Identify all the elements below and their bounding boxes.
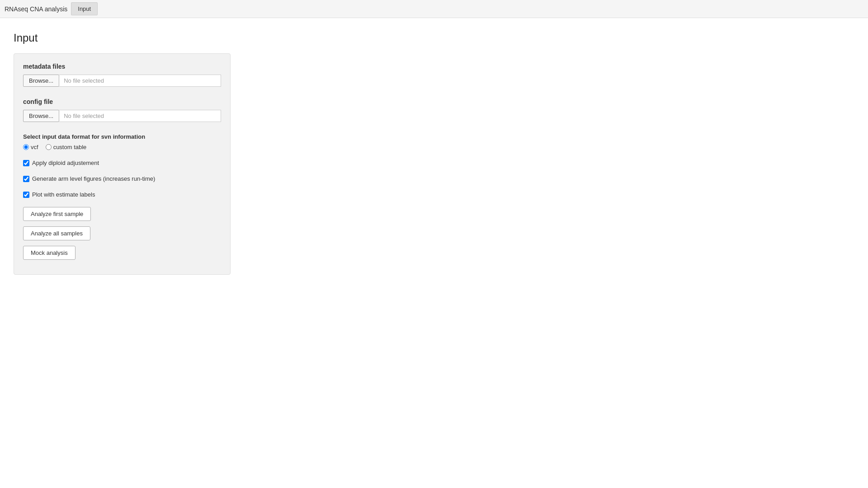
checkbox-diploid[interactable]: [23, 160, 29, 166]
mock-analysis-button[interactable]: Mock analysis: [23, 246, 75, 260]
radio-vcf[interactable]: [23, 144, 29, 150]
config-file-label: config file: [23, 98, 221, 105]
config-file-input-row: Browse... No file selected: [23, 110, 221, 122]
checkbox-diploid-row: Apply diploid adjustement: [23, 160, 221, 166]
tab-input[interactable]: Input: [71, 2, 98, 15]
checkbox-arm-row: Generate arm level figures (increases ru…: [23, 175, 221, 182]
radio-vcf-label[interactable]: vcf: [23, 144, 38, 150]
metadata-file-input-row: Browse... No file selected: [23, 75, 221, 87]
config-browse-button[interactable]: Browse...: [23, 110, 59, 122]
checkbox-plot-labels[interactable]: [23, 192, 29, 198]
checkbox-arm-label: Generate arm level figures (increases ru…: [32, 175, 155, 182]
radio-custom-text: custom table: [53, 144, 87, 150]
buttons-section: Analyze first sample Analyze all samples…: [23, 207, 221, 260]
radio-custom-table[interactable]: [46, 144, 52, 150]
metadata-browse-button[interactable]: Browse...: [23, 75, 59, 87]
checkbox-diploid-label: Apply diploid adjustement: [32, 160, 99, 166]
checkbox-arm-level[interactable]: [23, 176, 29, 182]
navbar: RNAseq CNA analysis Input: [0, 0, 868, 18]
svn-format-section: Select input data format for svn informa…: [23, 133, 221, 150]
config-file-display: No file selected: [59, 110, 221, 122]
checkbox-plot-row: Plot with estimate labels: [23, 191, 221, 198]
page-title: Input: [14, 32, 854, 44]
metadata-files-section: metadata files Browse... No file selecte…: [23, 63, 221, 87]
radio-vcf-text: vcf: [31, 144, 38, 150]
main-content: Input metadata files Browse... No file s…: [0, 18, 868, 288]
radio-custom-label[interactable]: custom table: [46, 144, 87, 150]
metadata-files-label: metadata files: [23, 63, 221, 70]
metadata-file-display: No file selected: [59, 75, 221, 87]
analyze-first-sample-button[interactable]: Analyze first sample: [23, 207, 91, 221]
analyze-all-samples-button[interactable]: Analyze all samples: [23, 226, 90, 240]
app-title: RNAseq CNA analysis: [5, 5, 67, 13]
checkbox-plot-label: Plot with estimate labels: [32, 191, 95, 198]
svn-format-label: Select input data format for svn informa…: [23, 133, 221, 140]
config-file-section: config file Browse... No file selected: [23, 98, 221, 122]
form-panel: metadata files Browse... No file selecte…: [14, 53, 231, 275]
radio-group-svn: vcf custom table: [23, 144, 221, 150]
